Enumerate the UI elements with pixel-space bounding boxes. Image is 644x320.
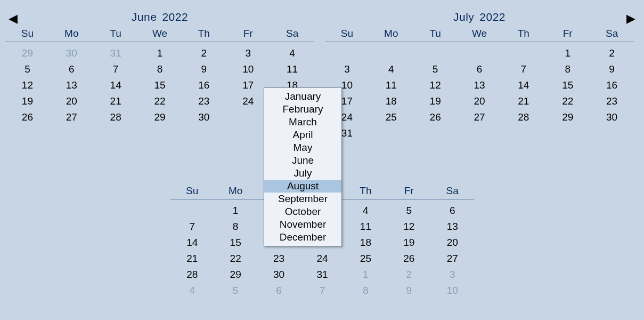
day-cell[interactable]: 18 (344, 235, 387, 251)
day-cell[interactable]: 11 (344, 219, 387, 235)
day-cell[interactable]: 13 (458, 77, 502, 93)
day-cell[interactable]: 30 (257, 267, 300, 283)
day-cell[interactable]: 6 (257, 283, 300, 299)
day-cell[interactable]: 25 (369, 109, 413, 125)
day-cell[interactable]: 21 (94, 93, 138, 109)
month-option-february[interactable]: February (264, 103, 341, 116)
day-cell[interactable]: 30 (50, 45, 94, 61)
day-cell[interactable]: 30 (182, 109, 226, 125)
day-cell[interactable]: 4 (270, 45, 314, 61)
day-cell[interactable]: 12 (413, 77, 458, 93)
day-cell[interactable]: 27 (50, 109, 94, 125)
day-cell[interactable]: 7 (170, 219, 214, 235)
month-option-august[interactable]: August (264, 180, 341, 193)
day-cell[interactable]: 28 (170, 267, 214, 283)
day-cell[interactable]: 26 (5, 109, 50, 125)
day-cell[interactable]: 7 (501, 61, 545, 77)
day-cell[interactable]: 8 (214, 219, 257, 235)
day-cell[interactable]: 6 (50, 61, 94, 77)
day-cell[interactable]: 29 (545, 109, 590, 125)
day-cell[interactable]: 20 (50, 93, 94, 109)
month-option-december[interactable]: December (264, 231, 341, 244)
day-cell[interactable]: 20 (431, 235, 474, 251)
day-cell[interactable]: 1 (214, 203, 257, 219)
day-cell[interactable]: 2 (387, 267, 430, 283)
day-cell[interactable]: 5 (214, 283, 257, 299)
day-cell[interactable]: 23 (182, 93, 226, 109)
day-cell[interactable]: 26 (413, 109, 458, 125)
day-cell[interactable]: 8 (138, 61, 182, 77)
month-option-november[interactable]: November (264, 218, 341, 231)
day-cell[interactable]: 5 (5, 61, 50, 77)
day-cell[interactable]: 29 (5, 45, 50, 61)
day-cell[interactable]: 9 (182, 61, 226, 77)
day-cell[interactable]: 28 (501, 109, 545, 125)
month-title-july[interactable]: July2022 (325, 11, 634, 23)
day-cell[interactable]: 15 (214, 235, 257, 251)
day-cell[interactable]: 3 (226, 45, 270, 61)
day-cell[interactable]: 23 (590, 93, 634, 109)
day-cell[interactable]: 5 (413, 61, 458, 77)
month-option-october[interactable]: October (264, 205, 341, 218)
day-cell[interactable]: 8 (344, 283, 387, 299)
day-cell[interactable]: 7 (300, 283, 344, 299)
day-cell[interactable]: 8 (545, 61, 590, 77)
day-cell[interactable]: 11 (270, 61, 314, 77)
day-cell[interactable]: 7 (94, 61, 138, 77)
day-cell[interactable]: 30 (590, 109, 634, 125)
day-cell[interactable]: 20 (458, 93, 502, 109)
day-cell[interactable]: 1 (545, 45, 590, 61)
day-cell[interactable]: 9 (387, 283, 430, 299)
day-cell[interactable]: 6 (458, 61, 502, 77)
day-cell[interactable]: 5 (387, 203, 430, 219)
day-cell[interactable]: 9 (590, 61, 634, 77)
month-option-september[interactable]: September (264, 193, 341, 205)
day-cell[interactable]: 18 (369, 93, 413, 109)
day-cell[interactable]: 1 (344, 267, 387, 283)
day-cell[interactable]: 21 (501, 93, 545, 109)
day-cell[interactable]: 16 (590, 77, 634, 93)
day-cell[interactable]: 1 (138, 45, 182, 61)
day-cell[interactable]: 11 (369, 77, 413, 93)
day-cell[interactable]: 3 (431, 267, 474, 283)
day-cell[interactable]: 19 (413, 93, 458, 109)
day-cell[interactable]: 14 (501, 77, 545, 93)
day-cell[interactable]: 31 (94, 45, 138, 61)
month-option-may[interactable]: May (264, 141, 341, 154)
day-cell[interactable]: 4 (344, 203, 387, 219)
day-cell[interactable]: 29 (138, 109, 182, 125)
month-option-january[interactable]: January (264, 90, 341, 103)
day-cell[interactable]: 13 (50, 77, 94, 93)
day-cell[interactable]: 21 (170, 251, 214, 267)
day-cell[interactable]: 31 (300, 267, 344, 283)
day-cell[interactable]: 22 (545, 93, 590, 109)
day-cell[interactable]: 23 (257, 251, 300, 267)
day-cell[interactable]: 29 (214, 267, 257, 283)
day-cell[interactable]: 26 (387, 251, 430, 267)
day-cell[interactable]: 14 (170, 235, 214, 251)
day-cell[interactable]: 10 (226, 61, 270, 77)
month-option-july[interactable]: July (264, 167, 341, 180)
day-cell[interactable]: 28 (94, 109, 138, 125)
day-cell[interactable]: 16 (182, 77, 226, 93)
day-cell[interactable]: 4 (170, 283, 214, 299)
day-cell[interactable]: 4 (369, 61, 413, 77)
day-cell[interactable]: 13 (431, 219, 474, 235)
day-cell[interactable]: 27 (431, 251, 474, 267)
day-cell[interactable]: 19 (387, 235, 430, 251)
day-cell[interactable]: 24 (300, 251, 344, 267)
day-cell[interactable]: 12 (5, 77, 50, 93)
month-title-june[interactable]: June2022 (5, 11, 314, 23)
day-cell[interactable]: 15 (138, 77, 182, 93)
day-cell[interactable]: 22 (138, 93, 182, 109)
month-option-march[interactable]: March (264, 116, 341, 129)
day-cell[interactable]: 15 (545, 77, 590, 93)
day-cell[interactable]: 10 (431, 283, 474, 299)
day-cell[interactable]: 2 (590, 45, 634, 61)
month-option-june[interactable]: June (264, 154, 341, 167)
day-cell[interactable]: 27 (458, 109, 502, 125)
day-cell[interactable]: 19 (5, 93, 50, 109)
day-cell[interactable]: 14 (94, 77, 138, 93)
day-cell[interactable]: 25 (344, 251, 387, 267)
month-picker-popup[interactable]: JanuaryFebruaryMarchAprilMayJuneJulyAugu… (264, 87, 342, 246)
